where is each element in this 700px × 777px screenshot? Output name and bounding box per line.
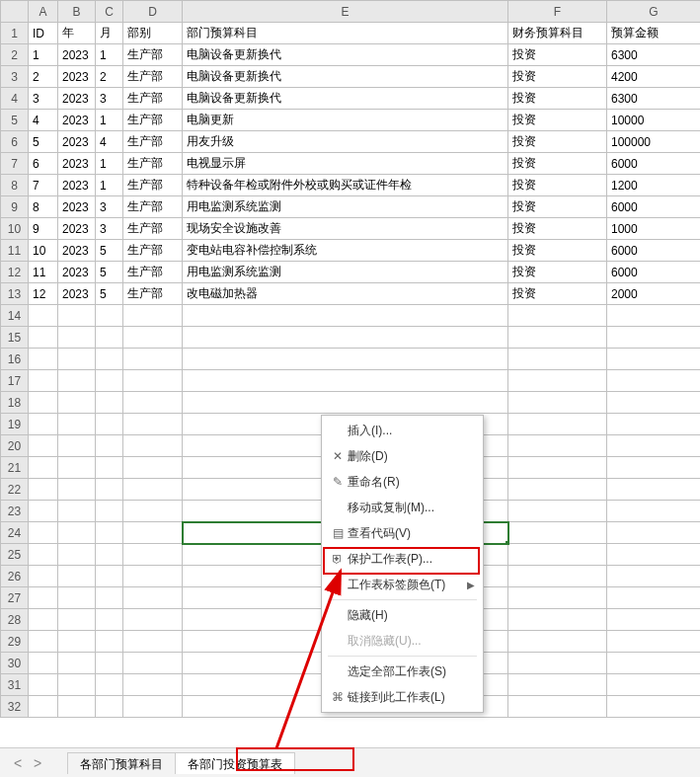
row-header[interactable]: 14 <box>1 305 29 327</box>
cell-D28[interactable] <box>123 609 183 631</box>
cell-F32[interactable] <box>508 696 607 718</box>
menu-tab-color[interactable]: 工作表标签颜色(T)▶ <box>322 572 483 597</box>
cell-D20[interactable] <box>123 435 183 457</box>
cell-B24[interactable] <box>58 522 96 544</box>
menu-view-code[interactable]: ▤查看代码(V) <box>322 520 483 546</box>
cell-B15[interactable] <box>58 327 96 349</box>
cell-A28[interactable] <box>29 609 58 631</box>
row-header[interactable]: 3 <box>1 66 29 88</box>
col-header-D[interactable]: D <box>123 1 183 23</box>
cell-F14[interactable] <box>508 305 607 327</box>
cell-C11[interactable]: 5 <box>96 240 123 262</box>
col-header-F[interactable]: F <box>508 1 607 23</box>
cell-G14[interactable] <box>607 305 701 327</box>
cell-F31[interactable] <box>508 674 607 696</box>
cell-A10[interactable]: 9 <box>29 218 58 240</box>
row-header[interactable]: 6 <box>1 131 29 153</box>
cell-G26[interactable] <box>607 566 701 587</box>
col-header-B[interactable]: B <box>58 1 96 23</box>
cell-F13[interactable]: 投资 <box>508 283 607 305</box>
cell-E2[interactable]: 电脑设备更新换代 <box>183 44 508 66</box>
tab-nav-prev[interactable]: < <box>8 755 28 771</box>
menu-move-copy[interactable]: 移动或复制(M)... <box>322 495 483 520</box>
col-header-A[interactable]: A <box>29 1 58 23</box>
cell-D10[interactable]: 生产部 <box>123 218 183 240</box>
cell-E10[interactable]: 现场安全设施改善 <box>183 218 508 240</box>
row-header[interactable]: 16 <box>1 349 29 370</box>
row-header[interactable]: 4 <box>1 88 29 110</box>
cell-B14[interactable] <box>58 305 96 327</box>
row-header[interactable]: 11 <box>1 240 29 262</box>
tab-nav-next[interactable]: > <box>28 755 47 771</box>
cell-B1[interactable]: 年 <box>58 23 96 44</box>
cell-C18[interactable] <box>96 392 123 414</box>
menu-insert[interactable]: 插入(I)... <box>322 418 483 443</box>
cell-B13[interactable]: 2023 <box>58 283 96 305</box>
col-header-C[interactable]: C <box>96 1 123 23</box>
cell-D14[interactable] <box>123 305 183 327</box>
cell-G15[interactable] <box>607 327 701 349</box>
row-header[interactable]: 29 <box>1 631 29 653</box>
cell-G32[interactable] <box>607 696 701 718</box>
cell-C9[interactable]: 3 <box>96 196 123 218</box>
cell-E13[interactable]: 改电磁加热器 <box>183 283 508 305</box>
cell-D29[interactable] <box>123 631 183 653</box>
cell-B18[interactable] <box>58 392 96 414</box>
cell-A19[interactable] <box>29 414 58 435</box>
cell-C30[interactable] <box>96 653 123 674</box>
cell-D13[interactable]: 生产部 <box>123 283 183 305</box>
cell-G30[interactable] <box>607 653 701 674</box>
cell-G24[interactable] <box>607 522 701 544</box>
cell-D18[interactable] <box>123 392 183 414</box>
row-header[interactable]: 13 <box>1 283 29 305</box>
cell-B28[interactable] <box>58 609 96 631</box>
row-header[interactable]: 12 <box>1 262 29 283</box>
cell-A26[interactable] <box>29 566 58 587</box>
cell-A4[interactable]: 3 <box>29 88 58 110</box>
cell-F11[interactable]: 投资 <box>508 240 607 262</box>
cell-B5[interactable]: 2023 <box>58 110 96 131</box>
cell-A15[interactable] <box>29 327 58 349</box>
cell-C17[interactable] <box>96 370 123 392</box>
cell-E5[interactable]: 电脑更新 <box>183 110 508 131</box>
cell-F30[interactable] <box>508 653 607 674</box>
row-header[interactable]: 22 <box>1 479 29 501</box>
cell-G25[interactable] <box>607 544 701 566</box>
cell-F20[interactable] <box>508 435 607 457</box>
cell-B32[interactable] <box>58 696 96 718</box>
cell-F5[interactable]: 投资 <box>508 110 607 131</box>
cell-B26[interactable] <box>58 566 96 587</box>
cell-F19[interactable] <box>508 414 607 435</box>
row-header[interactable]: 20 <box>1 435 29 457</box>
cell-C2[interactable]: 1 <box>96 44 123 66</box>
cell-C6[interactable]: 4 <box>96 131 123 153</box>
row-header[interactable]: 23 <box>1 501 29 522</box>
cell-G11[interactable]: 6000 <box>607 240 701 262</box>
cell-F2[interactable]: 投资 <box>508 44 607 66</box>
row-header[interactable]: 9 <box>1 196 29 218</box>
cell-G29[interactable] <box>607 631 701 653</box>
cell-B4[interactable]: 2023 <box>58 88 96 110</box>
cell-G8[interactable]: 1200 <box>607 175 701 196</box>
cell-D11[interactable]: 生产部 <box>123 240 183 262</box>
cell-G12[interactable]: 6000 <box>607 262 701 283</box>
row-header[interactable]: 7 <box>1 153 29 175</box>
row-header[interactable]: 32 <box>1 696 29 718</box>
cell-F26[interactable] <box>508 566 607 587</box>
cell-C31[interactable] <box>96 674 123 696</box>
row-header[interactable]: 21 <box>1 457 29 479</box>
cell-B22[interactable] <box>58 479 96 501</box>
cell-D1[interactable]: 部别 <box>123 23 183 44</box>
row-header[interactable]: 24 <box>1 522 29 544</box>
cell-C3[interactable]: 2 <box>96 66 123 88</box>
cell-F24[interactable] <box>508 522 607 544</box>
cell-D6[interactable]: 生产部 <box>123 131 183 153</box>
cell-F8[interactable]: 投资 <box>508 175 607 196</box>
cell-F16[interactable] <box>508 349 607 370</box>
cell-F7[interactable]: 投资 <box>508 153 607 175</box>
cell-D3[interactable]: 生产部 <box>123 66 183 88</box>
cell-C15[interactable] <box>96 327 123 349</box>
cell-C28[interactable] <box>96 609 123 631</box>
cell-G4[interactable]: 6300 <box>607 88 701 110</box>
cell-C14[interactable] <box>96 305 123 327</box>
